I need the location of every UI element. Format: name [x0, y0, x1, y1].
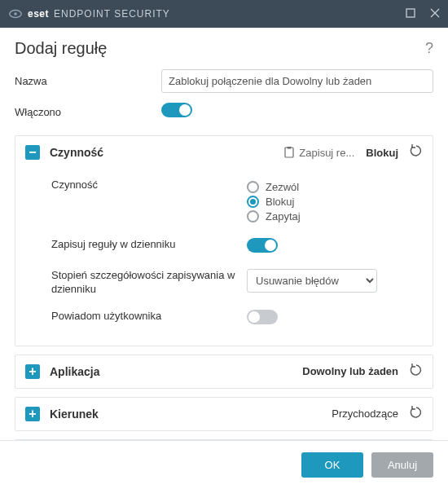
severity-label: Stopień szczegółowości zapisywania w dzi…: [51, 269, 247, 297]
log-summary: Zapisuj re...: [283, 146, 354, 159]
brand: eset ENDPOINT SECURITY: [8, 7, 170, 21]
row-enabled: Włączono: [0, 98, 448, 126]
panel-direction-summary: Przychodzące: [332, 408, 398, 420]
expand-icon[interactable]: [25, 407, 40, 421]
window-close-icon[interactable]: [430, 8, 440, 20]
row-log: Zapisuj reguły w dzienniku: [51, 231, 423, 262]
panel-action-body: Czynność Zezwól Blokuj Zapytaj Zapisuj r…: [15, 169, 433, 346]
window-maximize-icon[interactable]: [406, 8, 415, 20]
cancel-button[interactable]: Anuluj: [371, 452, 433, 478]
row-severity: Stopień szczegółowości zapisywania w dzi…: [51, 262, 423, 303]
panel-action-summary: Blokuj: [366, 147, 398, 159]
name-label: Nazwa: [15, 75, 161, 87]
collapse-icon[interactable]: [25, 145, 40, 160]
expand-icon[interactable]: [25, 364, 40, 379]
undo-icon[interactable]: [410, 363, 423, 380]
dialog-footer: OK Anuluj: [0, 440, 448, 489]
radio-block[interactable]: Blokuj: [247, 196, 423, 208]
enabled-label: Włączono: [15, 106, 161, 118]
ok-button[interactable]: OK: [301, 452, 363, 478]
help-icon[interactable]: ?: [425, 40, 433, 57]
notify-label: Powiadom użytkownika: [51, 310, 247, 324]
panel-action-title: Czynność: [50, 146, 103, 159]
panel-direction-title: Kierunek: [50, 408, 99, 421]
notify-toggle[interactable]: [247, 310, 278, 324]
radio-allow[interactable]: Zezwól: [247, 181, 423, 193]
panel-application-summary: Dowolny lub żaden: [302, 365, 398, 377]
panel-action: Czynność Zapisuj re... Blokuj Czynność Z…: [15, 135, 433, 346]
logo-icon: [8, 7, 23, 21]
clipboard-icon: [283, 146, 296, 159]
dialog-header: Dodaj regułę ?: [0, 28, 448, 64]
undo-icon[interactable]: [410, 406, 423, 422]
panel-application: Aplikacja Dowolny lub żaden: [15, 355, 433, 389]
brand-product: ENDPOINT SECURITY: [54, 8, 170, 20]
radio-ask[interactable]: Zapytaj: [247, 210, 423, 222]
row-name: Nazwa: [0, 64, 448, 98]
log-label: Zapisuj reguły w dzienniku: [51, 238, 247, 252]
panel-direction-head[interactable]: Kierunek Przychodzące: [15, 398, 433, 430]
svg-point-1: [14, 12, 17, 15]
panels-container: Czynność Zapisuj re... Blokuj Czynność Z…: [0, 130, 448, 440]
page-title: Dodaj regułę: [15, 39, 107, 58]
name-input[interactable]: [161, 69, 433, 93]
row-notify: Powiadom użytkownika: [51, 303, 423, 334]
action-label: Czynność: [51, 178, 247, 192]
titlebar: eset ENDPOINT SECURITY: [0, 0, 448, 28]
svg-rect-2: [406, 9, 415, 17]
brand-bold: eset: [28, 8, 49, 20]
panel-direction: Kierunek Przychodzące: [15, 397, 433, 431]
panel-action-head[interactable]: Czynność Zapisuj re... Blokuj: [15, 136, 433, 169]
log-toggle[interactable]: [247, 238, 278, 253]
enabled-toggle[interactable]: [161, 103, 192, 117]
severity-select[interactable]: Usuwanie błędów: [247, 269, 377, 293]
row-action-radio: Czynność Zezwól Blokuj Zapytaj: [51, 172, 423, 231]
panel-application-title: Aplikacja: [50, 365, 99, 378]
panel-application-head[interactable]: Aplikacja Dowolny lub żaden: [15, 355, 433, 388]
svg-rect-3: [285, 148, 293, 157]
undo-icon[interactable]: [410, 144, 423, 161]
svg-rect-4: [288, 147, 292, 149]
